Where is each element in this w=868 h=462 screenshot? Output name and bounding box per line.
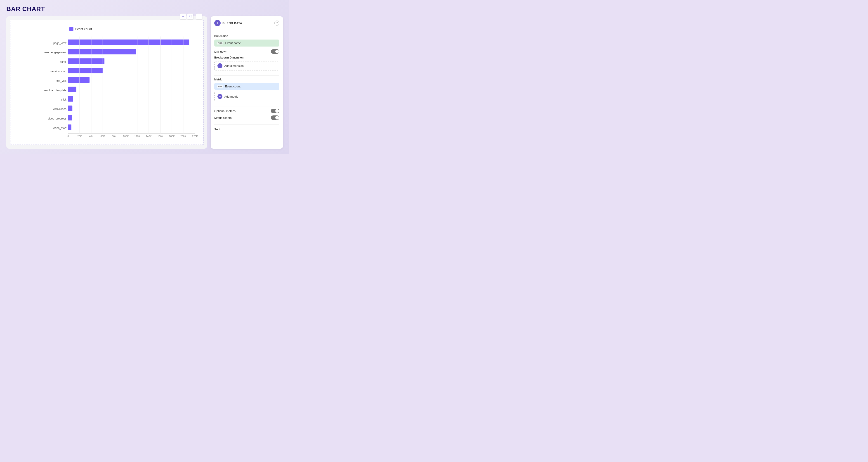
dimension-badge: ABC	[217, 42, 223, 44]
drill-down-label: Drill down	[214, 50, 227, 53]
dimension-section-label: Dimension	[214, 35, 279, 38]
chart-toolbar: ✏ AZ ⋮	[180, 13, 202, 20]
svg-text:80K: 80K	[112, 135, 116, 138]
chart-container: ✏ AZ ⋮ Event count page_view user_engage…	[6, 16, 207, 148]
svg-rect-15	[68, 68, 103, 73]
svg-text:200K: 200K	[180, 135, 186, 138]
main-content: ✏ AZ ⋮ Event count page_view user_engage…	[6, 16, 283, 148]
svg-text:video_start: video_start	[53, 127, 67, 130]
svg-text:user_engagement: user_engagement	[44, 51, 66, 54]
sort-label: Sort	[214, 128, 279, 131]
svg-text:first_visit: first_visit	[56, 79, 67, 82]
metric-section-label: Metric	[214, 78, 279, 81]
blend-add-button[interactable]: +	[214, 20, 221, 26]
svg-text:160K: 160K	[158, 135, 163, 138]
svg-rect-12	[68, 39, 189, 45]
svg-rect-19	[68, 105, 72, 111]
add-dimension-button[interactable]: +	[217, 63, 222, 68]
svg-text:180K: 180K	[169, 135, 175, 138]
svg-text:100K: 100K	[123, 135, 129, 138]
metric-sliders-row: Metric sliders	[214, 116, 279, 120]
svg-rect-16	[68, 77, 90, 83]
blend-data-header: + BLEND DATA ?	[214, 20, 279, 26]
optional-metrics-row: Optional metrics	[214, 109, 279, 113]
divider-1	[214, 32, 279, 32]
svg-text:page_view: page_view	[53, 41, 66, 45]
svg-text:session_start: session_start	[51, 70, 67, 73]
svg-rect-17	[68, 87, 76, 92]
sort-section: Sort	[214, 128, 279, 133]
more-button[interactable]: ⋮	[196, 13, 202, 20]
svg-text:click: click	[61, 98, 66, 101]
svg-rect-21	[68, 125, 71, 130]
add-metric-box[interactable]: + Add metric	[214, 92, 279, 101]
metric-badge: AUT	[217, 85, 223, 88]
svg-text:60K: 60K	[101, 135, 105, 138]
page-container: BAR CHART ✏ AZ ⋮ Event count page_view	[0, 0, 289, 154]
svg-text:Activations: Activations	[53, 107, 66, 111]
svg-text:40K: 40K	[89, 135, 94, 138]
svg-text:120K: 120K	[134, 135, 140, 138]
add-dimension-box[interactable]: + Add dimension	[214, 61, 279, 70]
bar-chart-svg: Event count page_view user_engagement sc…	[12, 22, 201, 143]
breakdown-section: Breakdown Dimension + Add dimension	[214, 56, 279, 70]
svg-text:220K: 220K	[192, 135, 198, 138]
divider-2	[214, 75, 279, 76]
svg-rect-20	[68, 115, 72, 121]
drill-down-row: Drill down	[214, 49, 279, 54]
svg-text:scroll: scroll	[60, 60, 66, 64]
svg-rect-14	[68, 58, 105, 64]
add-metric-button[interactable]: +	[217, 94, 222, 99]
breakdown-section-label: Breakdown Dimension	[214, 56, 279, 59]
svg-rect-18	[68, 96, 73, 102]
svg-text:Event count: Event count	[75, 27, 92, 31]
optional-metrics-toggle[interactable]	[271, 109, 279, 113]
edit-button[interactable]: ✏	[180, 13, 186, 20]
add-dimension-label: Add dimension	[224, 64, 244, 68]
svg-text:0: 0	[67, 135, 69, 138]
dimension-chip[interactable]: ABC Event name	[214, 39, 279, 46]
az-button[interactable]: AZ	[187, 13, 193, 20]
metric-sliders-toggle[interactable]	[271, 116, 279, 120]
optional-metrics-label: Optional metrics	[214, 109, 236, 113]
svg-text:20K: 20K	[77, 135, 82, 138]
divider-3	[214, 106, 279, 106]
metric-sliders-label: Metric sliders	[214, 116, 232, 120]
blend-data-left: + BLEND DATA	[214, 20, 242, 26]
dimension-value: Event name	[225, 41, 241, 45]
metric-value: Event count	[225, 85, 241, 88]
svg-text:140K: 140K	[146, 135, 152, 138]
chart-inner: ✏ AZ ⋮ Event count page_view user_engage…	[10, 20, 204, 145]
add-metric-label: Add metric	[224, 95, 238, 98]
svg-text:video_progress: video_progress	[48, 117, 66, 120]
blend-data-title: BLEND DATA	[222, 22, 242, 25]
drill-down-toggle[interactable]	[271, 49, 279, 54]
svg-rect-0	[69, 27, 73, 31]
metric-chip[interactable]: AUT Event count	[214, 83, 279, 90]
svg-text:download_template: download_template	[43, 89, 66, 92]
page-title: BAR CHART	[6, 5, 283, 13]
help-icon[interactable]: ?	[274, 21, 279, 26]
right-panel: + BLEND DATA ? Dimension ABC Event name …	[211, 16, 283, 148]
